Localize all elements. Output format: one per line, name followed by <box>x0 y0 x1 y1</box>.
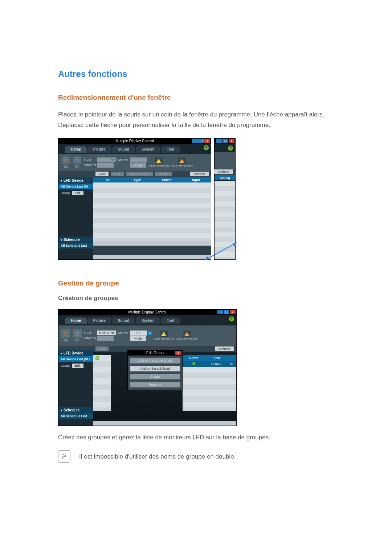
label-input: Input <box>84 158 96 161</box>
col-type: Type <box>123 177 152 182</box>
volume-apply-icon[interactable]: ▸ <box>148 331 152 335</box>
power-off-button[interactable]: Off <box>72 329 82 342</box>
maximize-button[interactable]: ▢ <box>224 310 229 314</box>
label-volume: Volume <box>117 331 130 335</box>
close-button[interactable]: x <box>230 310 236 314</box>
refresh-button[interactable]: Refresh <box>190 172 209 176</box>
tab-home[interactable]: Home <box>65 146 87 153</box>
col-power: Power <box>183 355 205 361</box>
side-edit-button[interactable]: Edit <box>72 191 83 195</box>
note-text: Il est impossible d'utiliser des noms de… <box>79 452 236 462</box>
side-all-schedule[interactable]: All Schedule List <box>58 243 93 249</box>
add-same-level-button: Add on the same Level <box>130 358 180 364</box>
add-button[interactable]: Add <box>95 172 109 176</box>
label-volume: Volume <box>117 158 130 162</box>
popup-close-button[interactable]: x <box>175 351 181 355</box>
volume-spinner[interactable] <box>130 157 147 163</box>
channel-spinner[interactable] <box>97 336 114 341</box>
horizontal-scrollbar[interactable] <box>93 421 236 426</box>
side-edit-button[interactable]: Edit <box>72 364 83 368</box>
popup-rename-button: Rename <box>130 382 180 387</box>
tab-tool[interactable]: Tool <box>161 317 180 324</box>
edit-group-dialog: Edit Group x Add on the same Level Add o… <box>127 350 183 390</box>
col-id: ID <box>93 177 123 182</box>
side-schedule-section[interactable]: ▾Schedule <box>58 407 93 413</box>
help-icon[interactable]: ? <box>229 316 234 321</box>
tab-picture[interactable]: Picture <box>87 317 111 324</box>
maximize-button[interactable]: ▢ <box>222 139 228 143</box>
power-on-label: On <box>64 338 68 342</box>
add-sub-level-button[interactable]: Add on the sub level <box>130 366 180 372</box>
tab-picture[interactable]: Picture <box>87 146 111 153</box>
window-title: Multiple Display Control <box>115 139 154 143</box>
row-checkbox[interactable] <box>95 356 99 360</box>
power-on-button[interactable]: On <box>61 329 71 342</box>
cell-num: 21 <box>228 361 236 367</box>
refresh-button-back[interactable]: Refresh <box>214 169 233 174</box>
app-window-back: – ▢ x ? Refresh Setting <box>214 138 236 260</box>
tab-system[interactable]: System <box>136 317 160 324</box>
fault-device-alert[interactable]: Fault Device (0) <box>154 331 174 340</box>
fault-alert-label: Fault Device Alert <box>175 337 198 340</box>
power-on-button[interactable]: On <box>61 156 71 168</box>
mute-button[interactable]: Mute <box>130 163 146 168</box>
heading-group-mgmt: Gestion de groupe <box>58 279 334 287</box>
heading-group-create: Création de groupes <box>58 295 334 302</box>
col-input: Input <box>181 177 211 182</box>
close-button[interactable]: x <box>204 139 210 143</box>
tab-sound[interactable]: Sound <box>112 146 135 153</box>
cell-input: HDMI2 <box>205 361 228 367</box>
refresh-button[interactable]: Refresh <box>215 346 234 351</box>
app-window-front: Multiple Display Control – ▢ x Home Pict… <box>58 138 211 260</box>
tab-sound[interactable]: Sound <box>112 317 135 324</box>
tab-tool[interactable]: Tool <box>161 146 180 153</box>
fault-device-alert-btn[interactable]: Fault Device Alert <box>170 157 193 167</box>
label-input: Input <box>84 331 96 335</box>
col-input: Input <box>205 355 228 361</box>
side-lfd-section[interactable]: ▾LFD Device <box>58 177 93 184</box>
grid-header: ID Type Power Input <box>93 177 211 182</box>
minimize-button[interactable]: – <box>217 310 223 314</box>
col-setting: Setting <box>215 175 235 180</box>
input-select[interactable]: HDMI2 <box>97 331 116 335</box>
horizontal-scrollbar[interactable] <box>93 241 211 246</box>
close-button[interactable]: x <box>229 139 234 143</box>
window-title-2: Multiple Display Control <box>128 310 166 314</box>
side-all-schedule[interactable]: All Schedule List <box>58 413 93 419</box>
paragraph-resize: Placez le pointeur de la souris sur un c… <box>58 110 334 131</box>
move-copy-button: Move & Copy <box>126 172 153 176</box>
grid-right: Power Input HDMI2 21 <box>183 355 236 411</box>
channel-spinner[interactable] <box>97 163 114 168</box>
power-off-label: Off <box>75 338 79 342</box>
volume-spinner[interactable] <box>130 331 147 336</box>
side-all-devices[interactable]: All Device List (01) <box>58 356 93 362</box>
horizontal-scrollbar-2[interactable] <box>93 255 211 259</box>
fault-device-count: Fault Device (0) <box>148 164 169 167</box>
heading-other-functions: Autres fonctions <box>58 69 334 79</box>
power-on-label: On <box>64 165 68 168</box>
side-group-label: Group <box>61 364 70 368</box>
side-lfd-section[interactable]: ▾LFD Device <box>58 350 93 356</box>
maximize-button[interactable]: ▢ <box>198 139 204 143</box>
fault-device-alert[interactable]: Fault Device (0) <box>148 157 169 167</box>
input-select[interactable] <box>97 157 116 162</box>
label-channel: Channel <box>84 163 96 167</box>
side-schedule-section[interactable]: ▾Schedule <box>58 237 93 243</box>
side-all-devices[interactable]: All Device List (0) <box>58 184 93 189</box>
fault-device-alert-btn[interactable]: Fault Device Alert <box>175 331 198 340</box>
side-panel: ▾LFD Device All Device List (01) GroupEd… <box>58 350 93 426</box>
fault-device-count: Fault Device (0) <box>154 337 174 340</box>
minimize-button[interactable]: – <box>192 139 198 143</box>
help-icon[interactable]: ? <box>228 145 233 151</box>
tab-system[interactable]: System <box>136 146 160 153</box>
minimize-button[interactable]: – <box>216 139 222 143</box>
mute-button[interactable]: Mute <box>130 336 146 341</box>
side-group-label: Group <box>61 191 70 195</box>
paragraph-create-groups: Créez des groupes et gérez la liste de m… <box>58 432 334 443</box>
help-icon[interactable]: ? <box>204 145 209 150</box>
tab-home[interactable]: Home <box>65 317 87 324</box>
note-icon <box>58 450 70 463</box>
side-panel: ▾LFD Device All Device List (0) GroupEdi… <box>58 177 93 259</box>
edit-button: Edit <box>111 172 124 176</box>
power-off-button[interactable]: Off <box>72 156 82 168</box>
